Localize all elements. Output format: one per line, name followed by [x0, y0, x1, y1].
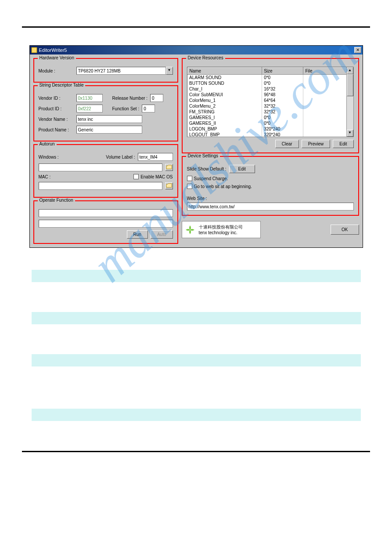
scrollbar[interactable]: ▲ ▼ — [346, 67, 353, 137]
folder-icon-mac[interactable] — [165, 182, 173, 189]
table-row[interactable]: LOGON_BMP320*240 — [187, 126, 353, 132]
module-value[interactable] — [76, 67, 166, 75]
hardware-version-title: Hardware Version — [38, 55, 76, 60]
clear-button[interactable]: Clear — [275, 140, 299, 148]
volume-label-label: Volume Label : — [106, 155, 135, 160]
window-title: EditorWriter5 — [39, 47, 354, 53]
web-site-field[interactable] — [187, 203, 354, 210]
progress-bar-1 — [39, 209, 173, 217]
company-name-cn: 十速科技股份有限公司 — [199, 224, 243, 230]
operate-function-group: Operate Function Run Auto — [33, 200, 178, 244]
table-row[interactable]: BUTTON SOUND0*0 — [187, 80, 353, 86]
enable-mac-os-label: Enable MAC OS — [140, 174, 173, 179]
table-row[interactable]: GAMERES_I0*0 — [187, 115, 353, 120]
vendor-name-label: Vendor Name : — [39, 117, 74, 122]
hardware-version-group: Hardware Version Module : ▼ — [33, 58, 178, 83]
titlebar: EditorWriter5 ✕ — [30, 46, 363, 54]
table-row[interactable]: ALARM SOUND0*0 — [187, 75, 353, 81]
goto-web-checkbox[interactable]: Go to web sit at ap beginning. — [187, 184, 252, 189]
string-descriptor-title: String Descriptor Table — [38, 83, 86, 87]
scroll-thumb[interactable] — [347, 74, 353, 96]
suspend-charge-label: Suspend Charge. — [194, 176, 228, 181]
product-id-field[interactable] — [76, 105, 103, 112]
preview-button[interactable]: Preview — [302, 140, 331, 148]
vendor-id-label: Vendor ID : — [39, 96, 74, 101]
mac-label: MAC : — [39, 174, 131, 179]
leaf-icon — [185, 225, 195, 235]
volume-label-field[interactable] — [138, 153, 173, 161]
function-set-field[interactable] — [142, 105, 155, 112]
autorun-title: Autorun — [38, 141, 57, 146]
autorun-group: Autorun Windows : Volume Label : MAC : — [33, 144, 178, 198]
progress-bar-2 — [39, 220, 173, 228]
table-row[interactable]: GAMERES_II0*0 — [187, 120, 353, 126]
table-row[interactable]: ColorMenu_232*32 — [187, 103, 353, 109]
col-file[interactable]: File — [303, 68, 353, 75]
module-dropdown[interactable]: ▼ — [76, 67, 173, 75]
run-button[interactable]: Run — [127, 230, 148, 239]
operate-function-title: Operate Function — [38, 198, 75, 203]
folder-icon[interactable] — [165, 164, 173, 171]
table-row[interactable]: LOGOUT_BMP320*240 — [187, 132, 353, 137]
edit-resources-button[interactable]: Edit — [333, 140, 353, 148]
company-logo: 十速科技股份有限公司 tenx technology inc. — [182, 221, 261, 238]
vendor-id-field[interactable] — [76, 94, 103, 102]
enable-mac-os-checkbox[interactable]: Enable MAC OS — [133, 174, 173, 179]
table-row[interactable]: ColorMenu_164*64 — [187, 98, 353, 103]
app-icon — [31, 47, 37, 53]
scroll-down-icon[interactable]: ▼ — [347, 130, 353, 137]
device-resources-title: Device Resources — [186, 55, 225, 60]
slide-show-edit-button[interactable]: Edit — [229, 165, 255, 173]
product-id-label: Product ID : — [39, 106, 74, 111]
svg-rect-0 — [32, 47, 37, 53]
col-size[interactable]: Size — [262, 68, 303, 75]
ok-button[interactable]: OK — [331, 225, 359, 235]
device-settings-group: Device Settings Slide Show Default : Edi… — [182, 156, 359, 216]
vendor-name-field[interactable] — [76, 115, 142, 123]
app-window: EditorWriter5 ✕ Hardware Version Module … — [29, 45, 363, 248]
table-row[interactable]: Color SubMENUI96*48 — [187, 92, 353, 98]
function-set-label: Function Set : — [112, 106, 140, 111]
slide-show-label: Slide Show Default : — [187, 167, 227, 171]
string-descriptor-group: String Descriptor Table Vendor ID : Rele… — [33, 85, 178, 141]
goto-web-label: Go to web sit at ap beginning. — [194, 184, 252, 189]
web-site-label: Web Site : — [187, 196, 354, 201]
release-number-label: Release Number : — [112, 96, 148, 101]
device-resources-table: Name Size File ALARM SOUND0*0BUTTON SOUN… — [187, 67, 353, 137]
mac-path-field[interactable] — [39, 182, 162, 190]
close-icon[interactable]: ✕ — [354, 47, 361, 53]
suspend-charge-checkbox[interactable]: Suspend Charge. — [187, 176, 228, 181]
table-row[interactable]: FM_STRING32*32 — [187, 109, 353, 115]
device-resources-group: Device Resources Name Size File ALARM SO… — [182, 58, 359, 153]
product-name-label: Product Name : — [39, 127, 74, 132]
windows-path-field[interactable] — [39, 163, 162, 171]
windows-label: Windows : — [39, 155, 104, 160]
scroll-up-icon[interactable]: ▲ — [347, 67, 353, 74]
table-row[interactable]: Char_I16*32 — [187, 86, 353, 92]
module-label: Module : — [39, 69, 74, 73]
device-settings-title: Device Settings — [186, 153, 220, 158]
chevron-down-icon[interactable]: ▼ — [166, 67, 173, 75]
company-name-en: tenx technology inc. — [199, 230, 243, 235]
auto-button[interactable]: Auto — [151, 230, 173, 239]
release-number-field[interactable] — [150, 94, 163, 102]
product-name-field[interactable] — [76, 126, 142, 134]
col-name[interactable]: Name — [187, 68, 262, 75]
